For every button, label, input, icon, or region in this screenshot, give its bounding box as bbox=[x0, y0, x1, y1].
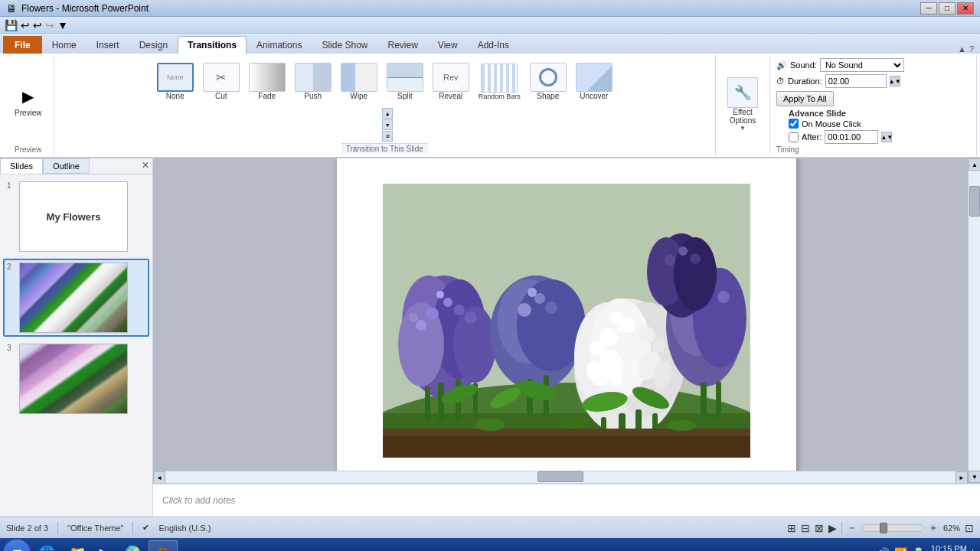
zoom-in-icon[interactable]: ＋ bbox=[928, 521, 939, 535]
svg-rect-17 bbox=[425, 386, 430, 421]
close-panel-button[interactable]: ✕ bbox=[139, 158, 152, 174]
after-checkbox[interactable] bbox=[789, 132, 799, 142]
media-icon: ▶ bbox=[100, 545, 110, 551]
tab-outline[interactable]: Outline bbox=[43, 158, 90, 174]
svg-point-72 bbox=[667, 420, 696, 431]
preview-button[interactable]: ▶ Preview bbox=[9, 82, 47, 119]
maximize-button[interactable]: □ bbox=[939, 2, 956, 15]
tab-slides[interactable]: Slides bbox=[0, 158, 43, 174]
scroll-up-icon[interactable]: ▲ bbox=[382, 108, 393, 119]
transitions-section-label: Transition to This Slide bbox=[341, 143, 428, 154]
fit-slide-icon[interactable]: ⊡ bbox=[965, 522, 974, 534]
slide-sorter-icon[interactable]: ⊟ bbox=[801, 522, 810, 534]
battery-icon: 🔋 bbox=[912, 547, 925, 551]
tab-design[interactable]: Design bbox=[129, 36, 178, 54]
transition-shape[interactable]: Shape bbox=[526, 60, 570, 103]
tab-insert[interactable]: Insert bbox=[87, 36, 129, 54]
scroll-up-arrow[interactable]: ▲ bbox=[969, 158, 980, 171]
preview-label: Preview bbox=[15, 109, 42, 117]
transition-random-bars[interactable]: Random Bars bbox=[475, 61, 524, 103]
slide-item-2[interactable]: 2 bbox=[3, 259, 149, 337]
slide-number-1: 1 bbox=[7, 181, 16, 190]
notes-area[interactable]: Click to add notes bbox=[153, 483, 980, 517]
slide-item-1[interactable]: 1 My Flowers bbox=[3, 178, 149, 256]
transition-cut[interactable]: ✂ Cut bbox=[199, 60, 243, 103]
show-desktop-btn[interactable]: | bbox=[972, 548, 974, 551]
tab-slideshow[interactable]: Slide Show bbox=[312, 36, 377, 54]
transition-uncover[interactable]: Uncover bbox=[572, 60, 616, 103]
effect-options-label: Effect Options bbox=[730, 108, 756, 125]
scroll-more-icon[interactable]: ≡ bbox=[382, 131, 393, 142]
slideshow-icon[interactable]: ▶ bbox=[828, 522, 837, 534]
check-icon: ✔ bbox=[142, 523, 149, 533]
tab-transitions[interactable]: Transitions bbox=[178, 36, 247, 54]
scroll-track-h bbox=[165, 471, 956, 483]
effect-options-arrow: ▼ bbox=[740, 125, 746, 132]
status-right: ⊞ ⊟ ⊠ ▶ － ＋ 62% ⊡ bbox=[787, 521, 974, 535]
on-mouse-click-checkbox[interactable] bbox=[789, 119, 799, 129]
transition-none[interactable]: None None bbox=[153, 60, 198, 103]
tab-view[interactable]: View bbox=[428, 36, 468, 54]
reading-view-icon[interactable]: ⊠ bbox=[815, 522, 824, 534]
network-icon: 📶 bbox=[894, 547, 907, 551]
help-icon[interactable]: ? bbox=[969, 44, 974, 54]
svg-point-25 bbox=[528, 288, 537, 297]
chrome-button[interactable]: 🌍 bbox=[118, 540, 147, 551]
undo-icon[interactable]: ↩ bbox=[21, 19, 30, 31]
after-spinner[interactable]: ▲▼ bbox=[881, 132, 892, 142]
tab-animations[interactable]: Animations bbox=[247, 36, 312, 54]
transition-push[interactable]: Push bbox=[291, 60, 335, 103]
undo2-icon[interactable]: ↩ bbox=[33, 19, 42, 31]
tab-review[interactable]: Review bbox=[378, 36, 428, 54]
duration-spinner[interactable]: ▲▼ bbox=[890, 76, 900, 86]
redo-icon[interactable]: ↪ bbox=[45, 19, 54, 31]
apply-to-all-button[interactable]: Apply To All bbox=[776, 91, 834, 106]
tab-addins[interactable]: Add-Ins bbox=[468, 36, 519, 54]
tab-file[interactable]: File bbox=[3, 36, 42, 54]
normal-view-icon[interactable]: ⊞ bbox=[787, 522, 796, 534]
slide-item-3[interactable]: 3 bbox=[3, 340, 149, 418]
svg-point-66 bbox=[678, 246, 688, 256]
svg-point-12 bbox=[436, 291, 444, 298]
customize-icon[interactable]: ▼ bbox=[57, 19, 68, 31]
transition-split[interactable]: Split bbox=[383, 60, 427, 103]
ie-button[interactable]: 🌐 bbox=[32, 540, 61, 551]
close-button[interactable]: ✕ bbox=[957, 2, 974, 15]
transition-fade[interactable]: Fade bbox=[245, 60, 289, 103]
transition-wipe[interactable]: Wipe bbox=[337, 60, 381, 103]
after-input[interactable] bbox=[825, 130, 878, 144]
zoom-slider[interactable] bbox=[862, 524, 923, 532]
tab-home[interactable]: Home bbox=[42, 36, 87, 54]
tray-up-icon[interactable]: ▲ bbox=[863, 548, 872, 551]
scroll-thumb-h[interactable] bbox=[537, 471, 583, 482]
start-button[interactable]: ⊞ bbox=[3, 540, 31, 551]
timing-group: 🔊 Sound: No Sound ⏱ Duration: ▲▼ Apply T… bbox=[770, 55, 977, 155]
slide-canvas[interactable] bbox=[337, 158, 796, 483]
scroll-left-arrow[interactable]: ◄ bbox=[153, 471, 165, 483]
powerpoint-taskbar-button[interactable]: P bbox=[149, 540, 178, 551]
effect-options-button[interactable]: 🔧 Effect Options ▼ bbox=[722, 75, 763, 134]
panel-tabs: Slides Outline ✕ bbox=[0, 158, 152, 174]
sound-select[interactable]: No Sound bbox=[820, 58, 904, 72]
minimize-button[interactable]: ─ bbox=[920, 2, 937, 15]
duration-input[interactable] bbox=[825, 74, 887, 88]
transition-none-label: None bbox=[166, 92, 185, 100]
window-controls: ─ □ ✕ bbox=[920, 2, 974, 15]
status-bar: Slide 2 of 3 "Office Theme" ✔ English (U… bbox=[0, 517, 980, 538]
save-icon[interactable]: 💾 bbox=[5, 19, 18, 31]
zoom-thumb[interactable] bbox=[880, 523, 887, 533]
scroll-down-arrow[interactable]: ▼ bbox=[969, 471, 980, 483]
zoom-out-icon[interactable]: － bbox=[847, 521, 858, 535]
preview-group-label: Preview bbox=[15, 144, 42, 154]
transition-reveal[interactable]: Rev Reveal bbox=[429, 60, 473, 103]
transitions-more-button[interactable]: ▲ ▼ ≡ bbox=[381, 106, 391, 143]
ribbon-collapse-icon[interactable]: ▲ bbox=[958, 44, 966, 54]
scroll-track-v bbox=[969, 171, 980, 471]
scroll-down-icon[interactable]: ▼ bbox=[382, 119, 393, 130]
scroll-thumb-v[interactable] bbox=[969, 186, 980, 217]
media-button[interactable]: ▶ bbox=[93, 540, 116, 551]
transition-uncover-label: Uncover bbox=[580, 92, 608, 100]
explorer-button[interactable]: 📁 bbox=[63, 540, 92, 551]
transition-cut-label: Cut bbox=[215, 92, 227, 100]
scroll-right-arrow[interactable]: ► bbox=[956, 471, 968, 483]
